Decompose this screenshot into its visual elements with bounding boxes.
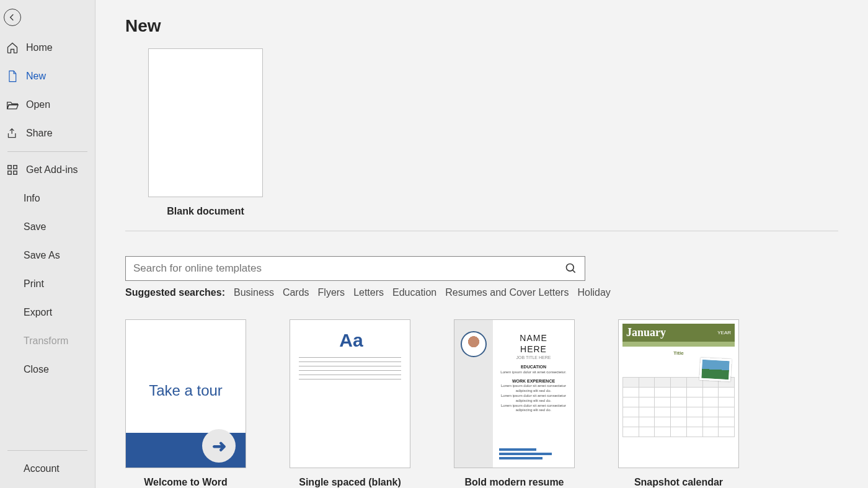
home-icon [6,42,19,54]
aa-glyph: Aa [299,330,404,351]
sidebar-item-close[interactable]: Close [4,355,95,384]
document-icon [6,70,19,82]
calendar-year: YEAR [717,330,731,335]
template-single-spaced[interactable]: Aa Single spaced (blank) [290,319,410,488]
sidebar: Home New Open Share Get Add-ins Info Sav… [0,0,95,488]
avatar-icon [461,331,487,357]
search-icon[interactable] [565,262,577,275]
calendar-month: January [626,326,666,339]
sidebar-item-save[interactable]: Save [4,213,95,241]
template-search-box[interactable] [125,256,585,281]
template-preview: Take a tour ➜ [125,319,246,468]
suggested-link-holiday[interactable]: Holiday [577,287,610,298]
share-icon [6,127,19,140]
sidebar-item-export[interactable]: Export [4,298,95,327]
main-content: New Blank document Suggested searches: B… [95,0,868,488]
suggested-searches: Suggested searches: Business Cards Flyer… [125,287,868,298]
svg-rect-1 [14,166,17,169]
divider [125,231,838,231]
template-label: Snapshot calendar [618,477,739,488]
addins-icon [6,164,19,176]
template-label: Blank document [148,206,263,217]
suggested-link-letters[interactable]: Letters [353,287,384,298]
template-preview: Aa [290,319,410,468]
blank-preview [148,48,263,197]
suggested-link-resumes[interactable]: Resumes and Cover Letters [445,287,569,298]
calendar-grid [622,377,735,437]
sidebar-item-label: Open [26,99,50,110]
template-blank-document[interactable]: Blank document [148,48,263,217]
sidebar-item-account[interactable]: Account [4,455,95,483]
sidebar-item-info[interactable]: Info [4,184,95,213]
suggested-link-flyers[interactable]: Flyers [318,287,345,298]
search-input[interactable] [133,262,565,275]
suggested-link-business[interactable]: Business [234,287,274,298]
sidebar-item-label: Info [24,193,40,204]
sidebar-item-label: Account [24,463,60,474]
svg-rect-2 [8,171,11,174]
sidebar-item-print[interactable]: Print [4,270,95,298]
svg-rect-3 [14,171,17,174]
sidebar-item-label: Transform [24,335,68,347]
sidebar-item-new[interactable]: New [4,62,95,91]
sidebar-item-addins[interactable]: Get Add-ins [4,156,95,184]
template-bold-modern-resume[interactable]: NAME HERE JOB TITLE HERE EDUCATION Lorem… [454,319,575,488]
sidebar-item-label: Close [24,364,49,375]
template-preview: NAME HERE JOB TITLE HERE EDUCATION Lorem… [454,319,575,468]
sidebar-item-label: Share [26,128,53,139]
sidebar-item-label: Get Add-ins [26,164,78,175]
sidebar-item-label: Save As [24,250,60,261]
sidebar-item-saveas[interactable]: Save As [4,241,95,270]
resume-subtitle: JOB TITLE HERE [498,355,569,360]
sidebar-item-home[interactable]: Home [4,33,95,62]
separator [7,151,87,152]
calendar-title: Title [624,350,733,356]
suggested-link-cards[interactable]: Cards [283,287,309,298]
template-label: Bold modern resume [454,477,575,488]
separator [7,450,87,451]
svg-rect-0 [8,166,11,169]
folder-open-icon [6,99,19,111]
template-preview: January YEAR Title [618,319,739,468]
svg-point-4 [567,264,574,272]
photo-icon [699,358,732,382]
sidebar-item-label: New [26,71,46,82]
resume-name: NAME HERE [498,332,569,355]
sidebar-item-label: Save [24,221,46,233]
sidebar-item-transform: Transform [4,327,95,355]
page-title: New [125,16,868,36]
suggested-label: Suggested searches: [125,287,225,298]
sidebar-item-label: Export [24,307,52,318]
resume-sidebar [454,320,493,468]
template-welcome-to-word[interactable]: Take a tour ➜ Welcome to Word [125,319,246,488]
template-label: Welcome to Word [125,477,246,488]
tour-text: Take a tour [126,382,246,399]
sidebar-item-share[interactable]: Share [4,119,95,148]
template-label: Single spaced (blank) [290,477,410,488]
back-button[interactable] [4,9,21,26]
suggested-link-education[interactable]: Education [392,287,436,298]
template-snapshot-calendar[interactable]: January YEAR Title Snapshot calendar [618,319,739,488]
sidebar-item-label: Home [26,42,53,53]
template-gallery: Take a tour ➜ Welcome to Word Aa Single … [125,319,868,488]
sidebar-item-open[interactable]: Open [4,91,95,119]
sidebar-item-label: Print [24,278,44,290]
arrow-right-icon: ➜ [202,429,236,463]
